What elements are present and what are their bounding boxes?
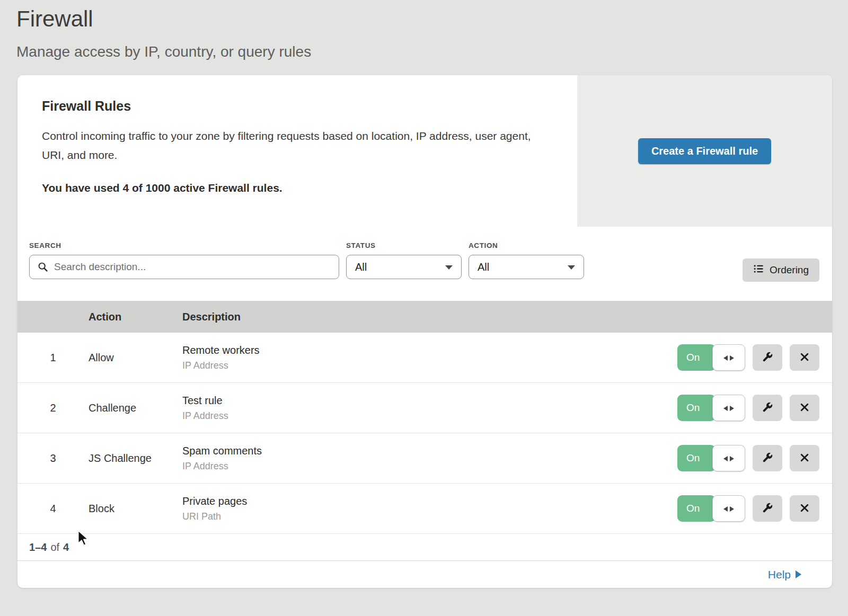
toggle-knob[interactable] [712,445,745,471]
pagination-separator: of [50,541,59,553]
page-subtitle: Manage access by IP, country, or query r… [16,43,848,60]
page-title: Firewall [16,6,848,32]
edit-rule-button[interactable] [753,445,782,471]
toggle-on-label: On [677,445,716,471]
status-select[interactable]: All [346,255,462,279]
create-rule-panel: Create a Firewall rule [577,75,832,227]
toggle-on-label: On [677,395,716,421]
status-filter-group: STATUS All [346,242,462,279]
pagination: 1–4 of 4 [17,534,832,560]
rule-description: Remote workers [182,344,677,356]
search-field-wrapper [29,255,339,279]
rule-enabled-toggle[interactable]: On [677,395,745,421]
close-icon [799,402,810,414]
wrench-icon [762,452,773,465]
card-heading: Firewall Rules [42,99,545,114]
arrow-right-icon [796,568,801,581]
close-icon [799,352,810,364]
wrench-icon [762,401,773,415]
usage-note: You have used 4 of 1000 active Firewall … [42,182,545,194]
edit-rule-button[interactable] [753,344,782,371]
table-row: 3 JS Challenge Spam comments IP Address … [17,433,832,484]
rule-action: Challenge [89,402,182,414]
close-icon [799,503,810,515]
action-column-header: Action [89,311,182,323]
rule-priority: 1 [17,352,89,364]
table-header: Action Description [17,301,832,333]
table-row: 1 Allow Remote workers IP Address On [17,333,832,383]
wrench-icon [762,351,773,364]
create-firewall-rule-button[interactable]: Create a Firewall rule [638,138,771,164]
toggle-knob[interactable] [712,395,745,421]
left-right-arrows-icon [723,503,735,515]
rule-match-field: URI Path [182,511,677,522]
chevron-down-icon [568,265,575,270]
left-right-arrows-icon [723,402,735,414]
table-row: 2 Challenge Test rule IP Address On [17,383,832,433]
card-footer: Help [17,560,832,588]
search-input[interactable] [29,255,339,279]
rule-enabled-toggle[interactable]: On [677,495,745,522]
rule-priority: 4 [17,503,89,515]
rule-controls: On [677,495,832,522]
edit-rule-button[interactable] [753,395,782,421]
pagination-total: 4 [63,541,69,553]
rule-controls: On [677,344,832,371]
left-right-arrows-icon [723,452,735,465]
wrench-icon [762,502,773,515]
rule-description: Private pages [182,495,677,507]
toggle-knob[interactable] [712,495,745,522]
rule-controls: On [677,395,832,421]
pagination-range: 1–4 [29,541,47,553]
page-header: Firewall Manage access by IP, country, o… [0,0,848,60]
search-filter-group: SEARCH [29,242,339,279]
rule-description: Spam comments [182,445,677,457]
action-selected-value: All [478,261,489,273]
action-select[interactable]: All [469,255,584,279]
toggle-on-label: On [677,495,716,522]
help-link[interactable]: Help [768,568,801,581]
rule-action: Block [89,503,182,515]
status-selected-value: All [355,261,367,273]
rule-action: JS Challenge [89,452,182,465]
left-right-arrows-icon [723,352,735,364]
table-row: 4 Block Private pages URI Path On [17,484,832,534]
edit-rule-button[interactable] [753,495,782,522]
ordering-button-label: Ordering [770,264,809,276]
ordering-button[interactable]: Ordering [743,258,819,282]
delete-rule-button[interactable] [790,445,819,471]
close-icon [799,452,810,465]
rule-controls: On [677,445,832,471]
action-label: ACTION [469,242,584,249]
delete-rule-button[interactable] [790,495,819,522]
description-column-header: Description [182,311,832,323]
toggle-knob[interactable] [712,344,745,371]
firewall-rules-card: Firewall Rules Control incoming traffic … [17,75,832,588]
rule-match-field: IP Address [182,360,677,371]
delete-rule-button[interactable] [790,395,819,421]
search-label: SEARCH [29,242,339,249]
delete-rule-button[interactable] [790,344,819,371]
ordered-list-icon [753,263,764,277]
rule-enabled-toggle[interactable]: On [677,344,745,371]
rule-description: Test rule [182,395,677,407]
chevron-down-icon [445,265,453,270]
action-filter-group: ACTION All [469,242,584,279]
toggle-on-label: On [677,344,716,371]
rule-action: Allow [89,352,182,364]
status-label: STATUS [346,242,462,249]
rules-summary-section: Firewall Rules Control incoming traffic … [17,75,832,227]
card-description: Control incoming traffic to your zone by… [42,127,545,165]
rule-match-field: IP Address [182,410,677,422]
rule-match-field: IP Address [182,461,677,472]
rule-priority: 3 [17,452,89,465]
rule-enabled-toggle[interactable]: On [677,445,745,471]
search-icon [37,261,48,274]
rule-priority: 2 [17,402,89,414]
rules-summary-text: Firewall Rules Control incoming traffic … [17,75,577,227]
help-link-label: Help [768,568,791,581]
filters-bar: SEARCH STATUS All ACTION All [17,227,832,301]
